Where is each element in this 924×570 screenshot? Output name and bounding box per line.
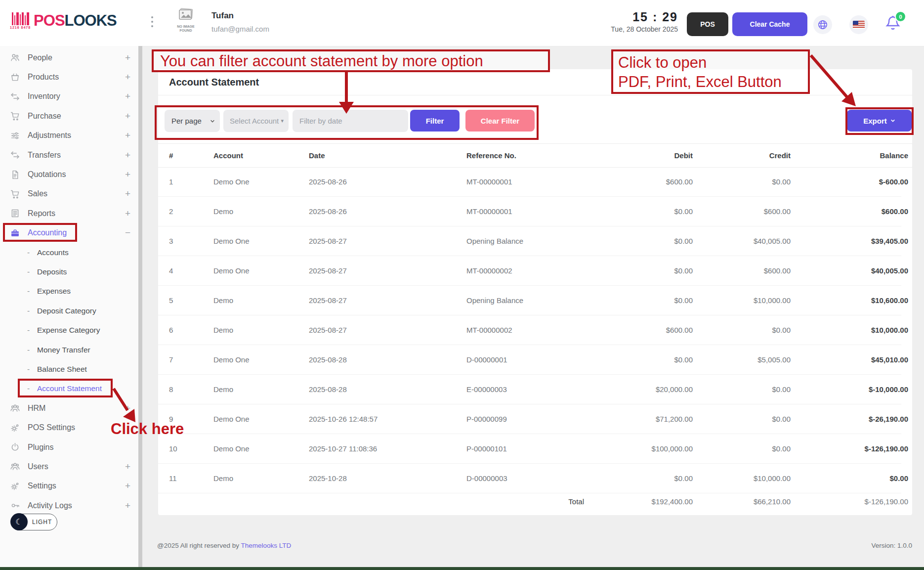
table-body: 1Demo One2025-08-26MT-00000001$600.00$0.… [158, 167, 901, 493]
table-cell: $71,200.00 [594, 415, 693, 423]
sidebar-item-expense-category[interactable]: -Expense Category [0, 320, 138, 340]
col-header-index[interactable]: # [169, 151, 213, 160]
sidebar-item-expenses[interactable]: -Expenses [0, 282, 138, 301]
theme-toggle[interactable]: ☾ LIGHT [11, 514, 57, 530]
table-cell: $0.00 [693, 177, 791, 186]
table-cell: Opening Balance [466, 237, 594, 245]
users-icon [9, 461, 21, 472]
col-header-balance[interactable]: Balance [791, 151, 908, 160]
col-header-account[interactable]: Account [213, 151, 309, 160]
select-account-dropdown[interactable]: Select Account ▾ [223, 110, 289, 132]
sidebar-item-account-statement[interactable]: -Account Statement [0, 379, 138, 398]
expand-toggle-icon[interactable]: + [125, 500, 130, 511]
sidebar-item-sales[interactable]: Sales+ [0, 184, 138, 204]
clear-cache-button[interactable]: Clear Cache [732, 12, 807, 36]
expand-toggle-icon[interactable]: + [125, 208, 130, 219]
sidebar-item-transfers[interactable]: Transfers+ [0, 145, 138, 165]
date-filter-input[interactable] [293, 110, 408, 132]
expand-toggle-icon[interactable]: + [125, 91, 130, 102]
table-cell: Demo [213, 385, 309, 394]
table-cell: $20,000.00 [594, 385, 693, 394]
table-cell: $0.00 [594, 355, 693, 364]
sidebar-item-label: Money Transfer [37, 346, 90, 354]
table-row: 5Demo2025-08-27Opening Balance$0.00$10,0… [158, 286, 901, 315]
locale-flag-button[interactable] [849, 15, 868, 34]
expand-toggle-icon[interactable]: + [125, 130, 130, 141]
table-cell: 2025-08-27 [309, 237, 466, 245]
annotation-click-here: Click here [111, 420, 184, 438]
expand-toggle-icon[interactable]: + [125, 52, 130, 63]
expand-toggle-icon[interactable]: + [125, 169, 130, 180]
per-page-select[interactable]: Per page [165, 110, 220, 132]
chevron-down-icon [890, 118, 895, 123]
sidebar-item-quotations[interactable]: Quotations+ [0, 165, 138, 184]
sidebar-item-accounting[interactable]: Accounting− [0, 223, 138, 243]
plug-icon [9, 442, 21, 453]
table-cell: 8 [169, 385, 213, 394]
sidebar-item-label: Transfers [28, 151, 61, 160]
sidebar-item-label: Adjustments [28, 131, 71, 140]
pos-button[interactable]: POS [687, 12, 728, 36]
sidebar-item-label: Settings [28, 482, 56, 490]
table-cell: $10,000.00 [693, 296, 791, 305]
sidebar-item-deposits[interactable]: -Deposits [0, 262, 138, 281]
expand-toggle-icon[interactable]: + [125, 481, 130, 491]
col-header-date[interactable]: Date [309, 151, 466, 160]
sidebar-item-purchase[interactable]: Purchase+ [0, 106, 138, 126]
expand-toggle-icon[interactable]: + [125, 403, 130, 414]
table-cell: $0.00 [693, 444, 791, 453]
col-header-credit[interactable]: Credit [693, 151, 791, 160]
logo-text-pos: POS [34, 12, 64, 30]
table-cell: 10 [169, 444, 213, 453]
expand-toggle-icon[interactable]: + [125, 188, 130, 199]
company-link[interactable]: Themelooks LTD [241, 542, 292, 549]
table-cell: 2025-08-28 [309, 385, 466, 394]
basket-icon [9, 72, 21, 83]
sidebar-item-people[interactable]: People+ [0, 48, 138, 67]
sidebar-item-label: Balance Sheet [37, 365, 87, 374]
sidebar-item-users[interactable]: Users+ [0, 457, 138, 476]
sidebar-item-label: Purchase [28, 112, 61, 121]
sidebar-item-label: Account Statement [37, 384, 102, 393]
table-cell: 2025-08-26 [309, 207, 466, 216]
filter-button[interactable]: Filter [410, 110, 460, 132]
sidebar-item-balance-sheet[interactable]: -Balance Sheet [0, 359, 138, 379]
sidebar-item-plugins[interactable]: Plugins [0, 438, 138, 457]
table-cell: 7 [169, 355, 213, 364]
table-cell: MT-00000002 [466, 266, 594, 275]
expand-toggle-icon[interactable]: + [125, 461, 130, 472]
clear-filter-button[interactable]: Clear Filter [465, 110, 535, 132]
user-avatar[interactable]: NO IMAGEFOUND [172, 8, 200, 33]
sidebar-item-money-transfer[interactable]: -Money Transfer [0, 340, 138, 359]
sidebar-item-inventory[interactable]: Inventory+ [0, 87, 138, 106]
col-header-reference[interactable]: Reference No. [466, 151, 594, 160]
sidebar-collapse-menu-icon[interactable] [151, 16, 153, 27]
export-button[interactable]: Export [847, 110, 912, 132]
dash-bullet: - [27, 326, 37, 335]
sidebar-item-reports[interactable]: Reports+ [0, 204, 138, 223]
table-cell: $600.00 [594, 177, 693, 186]
sidebar-item-accounts[interactable]: -Accounts [0, 243, 138, 262]
sidebar-scrollbar[interactable] [138, 46, 142, 567]
table-cell: Demo [213, 326, 309, 334]
sidebar-item-deposit-category[interactable]: -Deposit Category [0, 301, 138, 320]
sidebar-item-adjustments[interactable]: Adjustments+ [0, 126, 138, 145]
col-header-debit[interactable]: Debit [594, 151, 693, 160]
sidebar-item-activity-logs[interactable]: Activity Logs+ [0, 496, 138, 515]
sidebar-item-products[interactable]: Products+ [0, 67, 138, 87]
table-cell: 4 [169, 266, 213, 275]
expand-toggle-icon[interactable]: + [125, 111, 130, 122]
sidebar-item-settings[interactable]: Settings+ [0, 477, 138, 496]
notifications-button[interactable]: 0 [884, 14, 906, 37]
barcode-icon: 1216 8478 [10, 12, 31, 29]
table-cell: 2025-08-27 [309, 266, 466, 275]
expand-toggle-icon[interactable]: − [125, 227, 130, 238]
file-icon [9, 169, 21, 180]
table-cell: Demo [213, 296, 309, 305]
expand-toggle-icon[interactable]: + [125, 72, 130, 83]
brand-logo[interactable]: 1216 8478 POSLOOKS [10, 12, 117, 30]
language-globe-button[interactable] [813, 15, 832, 34]
sidebar-item-label: POS Settings [28, 423, 75, 432]
expand-toggle-icon[interactable]: + [125, 150, 130, 161]
sidebar-item-hrm[interactable]: HRM+ [0, 398, 138, 418]
